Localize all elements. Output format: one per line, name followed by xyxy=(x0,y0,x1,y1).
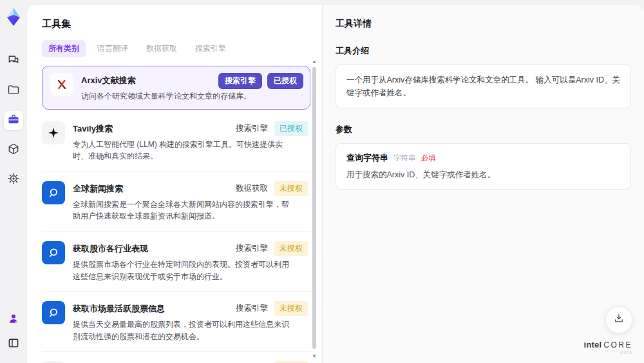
tool-description: 全球新闻搜索是一个聚合全球各大新闻网站内容的搜索引擎，帮助用户快速获取全球最新资… xyxy=(73,199,290,222)
tool-card-sector-performance[interactable]: 获取股市各行业表现 提供股票市场各个行业在特定时间段内的表现。投资者可以利用这些… xyxy=(42,232,310,292)
tab-language-translation[interactable]: 语言翻译 xyxy=(91,40,135,57)
auth-status-badge: 未授权 xyxy=(274,241,308,256)
auth-status-badge: 未授权 xyxy=(274,301,308,316)
download-button[interactable] xyxy=(605,306,632,333)
auth-status-badge: 已授权 xyxy=(274,121,308,136)
brand-core: CORE xyxy=(603,340,632,349)
param-name: 查询字符串 xyxy=(346,152,388,164)
cube-icon xyxy=(7,142,20,158)
tool-description: 提供当天交易量最高的股票列表，投资者可以利用这些信息来识别流动性强的股票和潜在的… xyxy=(73,319,290,342)
tab-data-fetching[interactable]: 数据获取 xyxy=(140,40,184,57)
auth-status-badge: 未授权 xyxy=(274,181,308,196)
parameter-card: 查询字符串 字符串 必填 用于搜索的Arxiv ID、关键字或作者姓名。 xyxy=(336,143,631,190)
category-label: 搜索引擎 xyxy=(236,303,268,314)
category-label: 搜索引擎 xyxy=(236,243,268,254)
param-type: 字符串 xyxy=(393,153,416,163)
tool-details-panel: 工具详情 工具介绍 一个用于从Arxiv存储库搜索科学论文和文章的工具。 输入可… xyxy=(322,5,644,363)
category-badge: 搜索引擎 xyxy=(218,73,262,89)
scroll-up-icon[interactable]: ▲ xyxy=(311,59,317,64)
sidebar-item-profile[interactable] xyxy=(4,310,23,329)
sidebar-item-settings[interactable] xyxy=(4,170,23,190)
category-label: 数据获取 xyxy=(236,183,268,194)
scroll-down-icon[interactable]: ▼ xyxy=(311,354,317,359)
news-q-icon xyxy=(42,301,65,324)
page-title: 工具集 xyxy=(42,18,322,30)
brand-sub: Ultra xyxy=(584,350,632,355)
sidebar-item-panel-toggle[interactable] xyxy=(4,335,23,354)
tool-card-arxiv[interactable]: Arxiv文献搜索 访问各个研究领域大量科学论文和文章的存储库。 搜索引擎 已授… xyxy=(42,66,310,110)
tab-search-engine[interactable]: 搜索引擎 xyxy=(189,40,232,57)
sidebar-nav xyxy=(0,52,27,190)
scrollbar-thumb[interactable] xyxy=(312,67,316,349)
intro-heading: 工具介绍 xyxy=(336,45,631,57)
param-description: 用于搜索的Arxiv ID、关键字或作者姓名。 xyxy=(346,170,620,181)
tool-description: 专为人工智能代理 (LLM) 构建的搜索引擎工具。可快速提供实时、准确和真实的结… xyxy=(73,139,290,162)
tool-card-tavily[interactable]: Tavily搜索 专为人工智能代理 (LLM) 构建的搜索引擎工具。可快速提供实… xyxy=(42,112,310,172)
list-scrollbar[interactable]: ▲ ▼ xyxy=(311,57,317,362)
arxiv-icon xyxy=(50,73,73,96)
sidebar-item-models[interactable] xyxy=(4,141,23,160)
chat-icon xyxy=(7,54,20,69)
details-title: 工具详情 xyxy=(336,18,631,30)
sidebar-item-tools[interactable] xyxy=(4,111,23,130)
app-logo-gem-icon xyxy=(4,6,23,27)
panel-toggle-icon xyxy=(7,337,20,352)
category-tabs: 所有类别 语言翻译 数据获取 搜索引擎 xyxy=(42,40,322,57)
sidebar-item-chat[interactable] xyxy=(4,52,23,71)
tab-all-categories[interactable]: 所有类别 xyxy=(42,40,86,57)
param-required-flag: 必填 xyxy=(421,153,436,163)
auth-status-badge: 已授权 xyxy=(267,73,303,89)
tool-description: 提供股票市场各个行业在特定时间段内的表现。投资者可以利用这些信息来识别表现优于或… xyxy=(73,259,290,282)
tool-list: Arxiv文献搜索 访问各个研究领域大量科学论文和文章的存储库。 搜索引擎 已授… xyxy=(42,66,310,363)
intel-core-logo: intelCORE Ultra xyxy=(584,338,632,355)
sidebar-bottom xyxy=(0,310,27,354)
tool-description: 访问各个研究领域大量科学论文和文章的存储库。 xyxy=(81,90,299,103)
sidebar xyxy=(0,0,27,363)
folder-icon xyxy=(7,83,20,99)
tavily-star-icon xyxy=(42,121,65,144)
brand-intel: intel xyxy=(584,340,602,349)
download-icon xyxy=(613,313,625,327)
news-q-icon xyxy=(42,181,65,204)
tools-panel: 工具集 所有类别 语言翻译 数据获取 搜索引擎 Arxiv文献搜索 访问各个研究… xyxy=(27,5,322,363)
params-heading: 参数 xyxy=(336,124,631,135)
sidebar-item-files[interactable] xyxy=(4,81,23,101)
category-label: 搜索引擎 xyxy=(236,123,268,134)
tool-card-global-news[interactable]: 全球新闻搜索 全球新闻搜索是一个聚合全球各大新闻网站内容的搜索引擎，帮助用户快速… xyxy=(42,172,310,232)
avatar-icon xyxy=(7,312,20,328)
news-q-icon xyxy=(42,241,65,264)
tool-intro-text: 一个用于从Arxiv存储库搜索科学论文和文章的工具。 输入可以是Arxiv ID… xyxy=(336,64,631,108)
gear-icon xyxy=(7,172,20,188)
briefcase-icon xyxy=(7,113,20,128)
tool-card-regional-news[interactable]: 万维地区新闻查询 查询具体行政区划内的新闻，快速了解各地新闻动态。 搜索引擎 未… xyxy=(42,352,310,363)
tool-card-most-active-stocks[interactable]: 获取市场最活跃股票信息 提供当天交易量最高的股票列表，投资者可以利用这些信息来识… xyxy=(42,292,310,352)
